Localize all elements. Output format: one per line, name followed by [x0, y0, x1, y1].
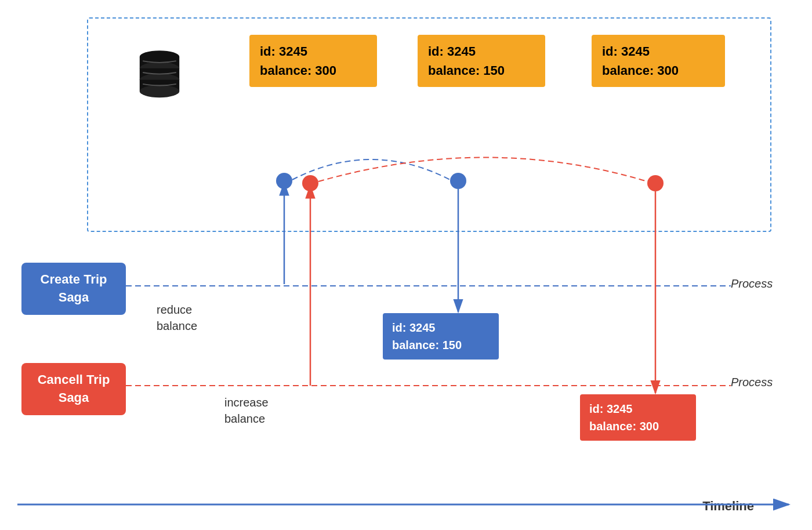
blue-result-balance: balance: 150 [392, 339, 462, 351]
red-result-balance: balance: 300 [589, 420, 659, 433]
box3-balance: balance: 300 [602, 63, 679, 78]
box3-id: id: 3245 [602, 44, 650, 59]
reduce-balance-label: reducebalance [157, 302, 197, 334]
red-result-id: id: 3245 [589, 402, 632, 415]
orange-box-2: id: 3245 balance: 150 [418, 35, 545, 87]
blue-result-box: id: 3245 balance: 150 [383, 313, 499, 360]
box2-id: id: 3245 [428, 44, 476, 59]
orange-box-3: id: 3245 balance: 300 [592, 35, 725, 87]
red-result-box: id: 3245 balance: 300 [580, 394, 696, 441]
box1-id: id: 3245 [260, 44, 307, 59]
process-label-red: Process [731, 376, 773, 389]
svg-point-6 [140, 85, 179, 98]
timeline-label: Timeline [702, 499, 754, 514]
increase-balance-label: increasebalance [224, 394, 269, 427]
process-label-blue: Process [731, 277, 773, 291]
orange-box-1: id: 3245 balance: 300 [249, 35, 377, 87]
blue-result-id: id: 3245 [392, 321, 435, 334]
box1-balance: balance: 300 [260, 63, 336, 78]
box2-balance: balance: 150 [428, 63, 505, 78]
cancel-trip-saga-box: Cancell TripSaga [21, 363, 126, 415]
database-icon [133, 46, 186, 101]
create-trip-saga-box: Create TripSaga [21, 263, 126, 315]
diagram-container: id: 3245 balance: 300 id: 3245 balance: … [0, 0, 812, 530]
